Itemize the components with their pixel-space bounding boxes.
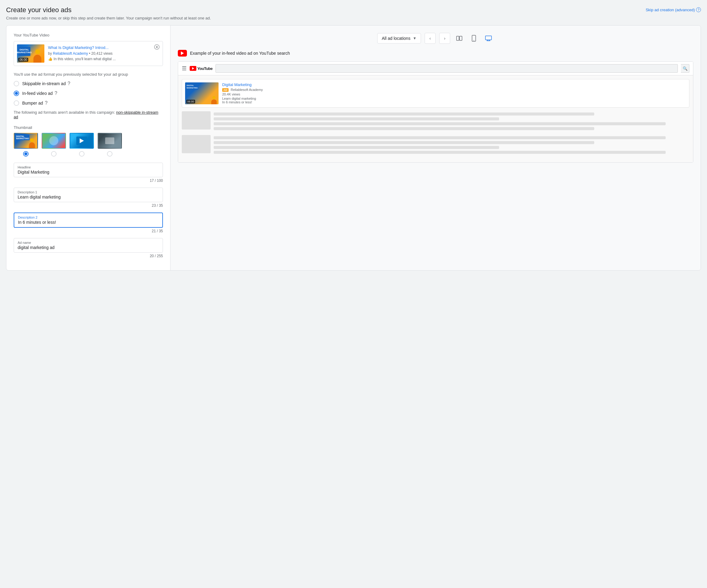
ad-name-label: Ad name — [18, 241, 159, 244]
preview-frame: ☰ YouTube 🔍 DIGITALMARKETING — [178, 61, 693, 163]
ad-locations-dropdown[interactable]: All ad locations ▼ — [377, 33, 421, 43]
video-title: What Is Digital Marketing? Introd... — [48, 45, 160, 50]
header-left: Create your video ads Create one or more… — [6, 6, 211, 20]
ad-name-wrapper: Ad name — [14, 238, 163, 253]
headline-field: Headline 17 / 100 — [14, 163, 163, 183]
skippable-help-icon[interactable]: ? — [67, 81, 70, 86]
ad-channel: AD Reliablesoft Academy — [222, 88, 686, 92]
description2-wrapper: Description 2 — [14, 213, 163, 228]
headline-counter: 17 / 100 — [14, 178, 163, 183]
svg-rect-4 — [485, 36, 492, 40]
thumbnail-option-3[interactable] — [70, 133, 94, 157]
chevron-right-icon: › — [444, 36, 446, 41]
ad-badge: AD — [222, 88, 229, 92]
description2-counter: 21 / 35 — [14, 229, 163, 233]
bumper-radio[interactable] — [14, 100, 19, 106]
placeholder-line — [214, 112, 594, 116]
ad-duration: 06:00 — [186, 100, 195, 103]
infeed-video-option[interactable]: In-feed video ad ? — [14, 91, 163, 96]
thumbnail-options: DIGITALMARKETING — [14, 133, 163, 157]
headline-wrapper: Headline — [14, 163, 163, 177]
headline-input[interactable] — [18, 170, 159, 174]
skip-ad-creation-link[interactable]: Skip ad creation (advanced) ? — [646, 7, 701, 12]
bumper-ad-option[interactable]: Bumper ad ? — [14, 100, 163, 106]
thumbnail-1[interactable]: DIGITALMARKETING — [14, 133, 38, 149]
ad-info: Digital Marketing AD Reliablesoft Academ… — [222, 83, 686, 104]
placeholder-thumb-1 — [182, 111, 211, 130]
yt-search-bar: ☰ YouTube 🔍 — [178, 62, 693, 75]
placeholder-line — [214, 141, 594, 144]
desktop-view-button[interactable] — [483, 33, 494, 44]
placeholder-row-2 — [182, 135, 689, 156]
thumbnail-radio-1[interactable] — [23, 151, 29, 157]
ad-format-label: You'll use the ad format you previously … — [14, 72, 163, 77]
placeholder-thumb-2 — [182, 135, 211, 153]
video-section-label: Your YouTube Video — [14, 33, 163, 37]
skippable-instream-option[interactable]: Skippable in-stream ad ? — [14, 81, 163, 86]
hamburger-icon: ☰ — [182, 65, 187, 72]
ad-name-input[interactable] — [18, 245, 159, 250]
infeed-help-icon[interactable]: ? — [55, 91, 57, 96]
placeholder-line — [214, 151, 666, 154]
right-panel: All ad locations ▼ ‹ › — [170, 26, 701, 270]
placeholder-results — [182, 111, 689, 156]
thumbnail-radio-3[interactable] — [79, 151, 85, 157]
thumbnail-radio-2[interactable] — [51, 151, 57, 157]
placeholder-line — [214, 117, 499, 121]
youtube-red-icon — [178, 50, 187, 57]
video-thumbnail: DIGITALMARKETING 06:00 — [17, 44, 44, 63]
svg-point-3 — [474, 40, 474, 41]
thumbnail-option-2[interactable] — [42, 133, 66, 157]
description2-input[interactable] — [18, 220, 159, 225]
chevron-down-icon: ▼ — [413, 36, 416, 40]
thumbnail-section: Thumbnail DIGITALMARKETING — [14, 125, 163, 157]
close-icon[interactable]: ⓧ — [154, 44, 160, 50]
ad-title: Digital Marketing — [222, 83, 686, 87]
placeholder-line — [214, 122, 666, 125]
thumbnail-radio-4[interactable] — [107, 151, 112, 157]
infeed-radio[interactable] — [14, 91, 19, 96]
thumbnail-4[interactable] — [98, 133, 122, 149]
search-icon: 🔍 — [683, 66, 687, 71]
next-nav-button[interactable]: › — [439, 33, 450, 44]
description2-field: Description 2 21 / 35 — [14, 213, 163, 233]
yt-logo-icon — [190, 66, 196, 71]
left-panel: Your YouTube Video DIGITALMARKETING 06:0… — [6, 26, 170, 270]
placeholder-lines-1 — [214, 111, 689, 132]
split-view-button[interactable] — [454, 33, 465, 44]
yt-search-button[interactable]: 🔍 — [681, 64, 689, 73]
preview-label-text: Example of your in-feed video ad on YouT… — [190, 51, 290, 56]
split-view-icon — [456, 36, 462, 41]
headline-label: Headline — [18, 165, 159, 169]
yt-logo: YouTube — [190, 66, 212, 71]
desktop-icon — [485, 36, 492, 41]
svg-rect-0 — [457, 36, 459, 40]
prev-nav-button[interactable]: ‹ — [425, 33, 436, 44]
featured-ad-card: DIGITALMARKETING 06:00 Digital Marketing… — [182, 79, 689, 108]
preview-label: Example of your in-feed video ad on YouT… — [178, 50, 693, 57]
right-top-bar: All ad locations ▼ ‹ › — [178, 33, 693, 44]
thumbnail-2[interactable] — [42, 133, 66, 149]
ad-name-field: Ad name 20 / 255 — [14, 238, 163, 258]
yt-search-input[interactable] — [215, 64, 678, 73]
thumbnail-3[interactable] — [70, 133, 94, 149]
mobile-icon — [472, 35, 476, 42]
bumper-help-icon[interactable]: ? — [45, 100, 47, 106]
svg-rect-1 — [460, 36, 462, 40]
ad-name-counter: 20 / 255 — [14, 254, 163, 258]
placeholder-lines-2 — [214, 135, 689, 156]
thumbnail-option-4[interactable] — [98, 133, 122, 157]
main-container: Your YouTube Video DIGITALMARKETING 06:0… — [6, 25, 701, 270]
chevron-left-icon: ‹ — [430, 36, 431, 41]
placeholder-row-1 — [182, 111, 689, 132]
thumbnail-option-1[interactable]: DIGITALMARKETING — [14, 133, 38, 157]
ad-desc1: Learn digital marketing — [222, 97, 686, 100]
video-info: What Is Digital Marketing? Introd... by … — [48, 45, 160, 62]
description1-field: Description 1 23 / 35 — [14, 188, 163, 208]
page-subtitle: Create one or more ads now, or skip this… — [6, 16, 211, 20]
description1-input[interactable] — [18, 195, 159, 199]
skippable-label: Skippable in-stream ad — [22, 81, 66, 86]
skippable-radio[interactable] — [14, 81, 19, 86]
mobile-view-button[interactable] — [468, 33, 479, 44]
video-meta: by Reliablesoft Academy • 20,412 views — [48, 51, 160, 56]
